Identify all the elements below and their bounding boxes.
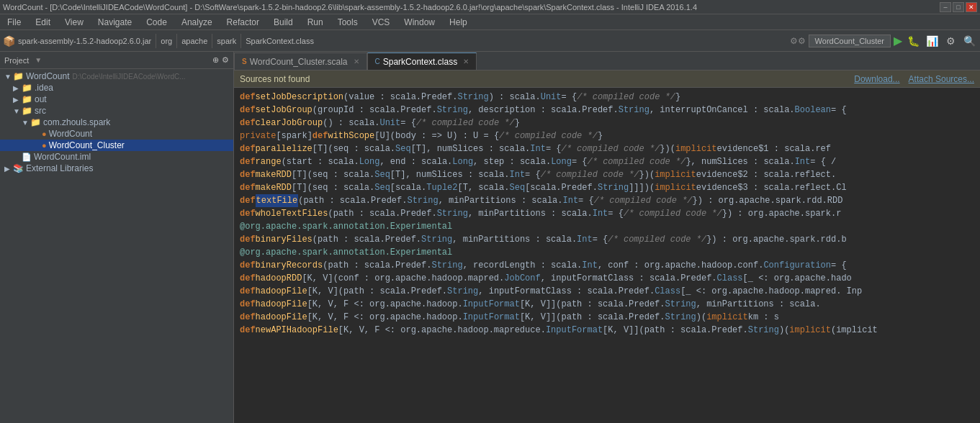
code-line: def binaryRecords(path : scala.Predef.St… <box>234 259 980 272</box>
menu-refactor[interactable]: Refactor <box>222 16 264 29</box>
folder-icon-pkg: 📁 <box>30 117 41 127</box>
sources-bar-links: Download... Attach Sources... <box>854 74 974 84</box>
menu-run[interactable]: Run <box>303 16 328 29</box>
code-line: def newAPIHadoopFile[K, V, F <: org.apac… <box>234 324 980 337</box>
toolbar-sep-2 <box>176 34 177 48</box>
close-button[interactable]: ✕ <box>966 2 977 12</box>
sources-bar-text: Sources not found <box>240 74 854 84</box>
code-line: def setJobGroup(groupId : scala.Predef.S… <box>234 104 980 117</box>
menu-edit[interactable]: Edit <box>31 16 55 29</box>
code-line: def binaryFiles(path : scala.Predef.Stri… <box>234 233 980 246</box>
code-line: def makeRDD[T](seq : scala.Seq[scala.Tup… <box>234 181 980 194</box>
sidebar-header: Project ▼ ⊕ ⚙ <box>0 52 233 69</box>
toolbar-apache-label: apache <box>181 37 207 45</box>
file-icon-iml: 📄 <box>22 153 32 162</box>
search-button[interactable]: 🔍 <box>961 33 977 49</box>
scala-icon-wordcount: ● <box>42 129 47 138</box>
tree-item-out[interactable]: ▶ 📁 out <box>0 94 233 105</box>
folder-icon-wordcount: 📁 <box>13 71 24 81</box>
code-line: @org.apache.spark.annotation.Experimenta… <box>234 220 980 233</box>
tab-wordcount-cluster[interactable]: S WordCount_Cluster.scala ✕ <box>234 53 367 70</box>
sidebar-gear-btn[interactable]: ⚙ <box>222 55 229 65</box>
tree-label-wordcount-root: WordCount <box>26 71 69 81</box>
tree-label-wordcount: WordCount <box>49 129 92 139</box>
tab-sparkcontext[interactable]: C SparkContext.class ✕ <box>367 53 477 70</box>
menu-view[interactable]: View <box>60 16 88 29</box>
menu-build[interactable]: Build <box>269 16 297 29</box>
tree-item-wordcount-root[interactable]: ▼ 📁 WordCount D:\Code\IntelliJIDEACode\W… <box>0 70 233 82</box>
tree-item-external-libs[interactable]: ▶ 📚 External Libraries <box>0 163 233 174</box>
tree-label-cluster: WordCount_Cluster <box>49 140 125 150</box>
code-line: @org.apache.spark.annotation.Experimenta… <box>234 246 980 259</box>
tabs-bar: S WordCount_Cluster.scala ✕ C SparkConte… <box>234 52 980 70</box>
code-line: def clearJobGroup() : scala.Unit = { /* … <box>234 117 980 129</box>
tab-label-sparkcontext: SparkContext.class <box>383 57 457 67</box>
title-bar: WordCount - [D:\Code\IntelliJIDEACode\Wo… <box>0 0 980 14</box>
menu-code[interactable]: Code <box>142 16 171 29</box>
tree-item-pkg[interactable]: ▼ 📁 com.zhouls.spark <box>0 117 233 128</box>
sidebar: Project ▼ ⊕ ⚙ ▼ 📁 WordCount D:\Code\Inte… <box>0 52 234 423</box>
debug-button[interactable]: 🐛 <box>905 33 921 49</box>
tab-close-spark[interactable]: ✕ <box>463 58 469 65</box>
toolbar-debug-icon: ⚙⚙ <box>790 36 806 46</box>
settings-button[interactable]: ⚙ <box>943 33 958 49</box>
tab-close-wordcount[interactable]: ✕ <box>354 58 359 65</box>
tree-item-wordcount-file[interactable]: ● WordCount <box>0 128 233 140</box>
tree-item-wordcount-cluster[interactable]: ● WordCount_Cluster <box>0 140 233 151</box>
coverage-button[interactable]: 📊 <box>924 33 940 49</box>
menu-tools[interactable]: Tools <box>333 16 362 29</box>
code-area[interactable]: def setJobDescription(value : scala.Pred… <box>234 88 980 423</box>
code-line: def hadoopFile[K, V](path : scala.Predef… <box>234 285 980 298</box>
code-line: def textFile(path : scala.Predef.String,… <box>234 194 980 207</box>
tree-label-src: src <box>35 106 46 116</box>
toolbar-org-label: org <box>161 37 172 45</box>
toolbar-jar-icon: 📦 <box>3 35 15 47</box>
code-line: def setJobDescription(value : scala.Pred… <box>234 91 980 104</box>
toolbar-spark-label: spark <box>217 37 236 45</box>
menu-window[interactable]: Window <box>400 16 439 29</box>
menu-bar: File Edit View Navigate Code Analyze Ref… <box>0 14 980 30</box>
tree-label-iml: WordCount.iml <box>34 152 91 162</box>
toolbar-jar-label: spark-assembly-1.5.2-hadoop2.6.0.jar <box>18 37 151 45</box>
menu-analyze[interactable]: Analyze <box>177 16 217 29</box>
tree-label-ext: External Libraries <box>26 163 93 173</box>
code-line: private[spark] def withScope[U](body : =… <box>234 129 980 142</box>
toolbar-run-area: ⚙⚙ WordCount_Cluster ▶ 🐛 📊 ⚙ 🔍 <box>790 33 977 49</box>
menu-file[interactable]: File <box>3 16 25 29</box>
class-tab-icon: C <box>375 58 380 65</box>
tree-arrow-wordcount-root: ▼ <box>4 73 13 81</box>
sidebar-title: Project <box>4 56 29 65</box>
download-link[interactable]: Download... <box>854 74 899 84</box>
toolbar-sep-3 <box>212 34 212 48</box>
editor-area: S WordCount_Cluster.scala ✕ C SparkConte… <box>234 52 980 423</box>
attach-sources-link[interactable]: Attach Sources... <box>909 74 974 84</box>
scala-tab-icon: S <box>242 58 247 65</box>
tree-arrow-out: ▶ <box>13 96 22 104</box>
tab-label-wordcount-cluster: WordCount_Cluster.scala <box>250 57 348 67</box>
minimize-button[interactable]: – <box>940 2 951 12</box>
code-line: def hadoopRDD[K, V](conf : org.apache.ha… <box>234 272 980 285</box>
tree-item-iml[interactable]: 📄 WordCount.iml <box>0 151 233 163</box>
tree-item-idea[interactable]: ▶ 📁 .idea <box>0 82 233 94</box>
code-line: def hadoopFile[K, V, F <: org.apache.had… <box>234 311 980 324</box>
run-button[interactable]: ▶ <box>894 34 902 47</box>
menu-navigate[interactable]: Navigate <box>94 16 136 29</box>
tree-arrow-ext: ▶ <box>4 165 13 173</box>
run-config-selector[interactable]: WordCount_Cluster <box>809 35 891 47</box>
tree-arrow-src: ▼ <box>13 107 22 115</box>
menu-vcs[interactable]: VCS <box>368 16 395 29</box>
menu-help[interactable]: Help <box>445 16 472 29</box>
tree-label-out: out <box>35 94 47 104</box>
sidebar-sync-btn[interactable]: ⊕ <box>212 55 219 65</box>
tree-item-src[interactable]: ▼ 📁 src <box>0 105 233 117</box>
code-line: def hadoopFile[K, V, F <: org.apache.had… <box>234 298 980 311</box>
tree-label-pkg: com.zhouls.spark <box>43 117 110 127</box>
restore-button[interactable]: □ <box>953 2 964 12</box>
code-line: def makeRDD[T](seq : scala.Seq[T], numSl… <box>234 168 980 181</box>
toolbar-sep-4 <box>240 34 241 48</box>
tree-arrow-pkg: ▼ <box>22 119 30 127</box>
project-tree: ▼ 📁 WordCount D:\Code\IntelliJIDEACode\W… <box>0 69 233 423</box>
folder-icon-src: 📁 <box>22 106 32 116</box>
sources-not-found-bar: Sources not found Download... Attach Sou… <box>234 70 980 88</box>
folder-icon-out: 📁 <box>22 94 32 104</box>
